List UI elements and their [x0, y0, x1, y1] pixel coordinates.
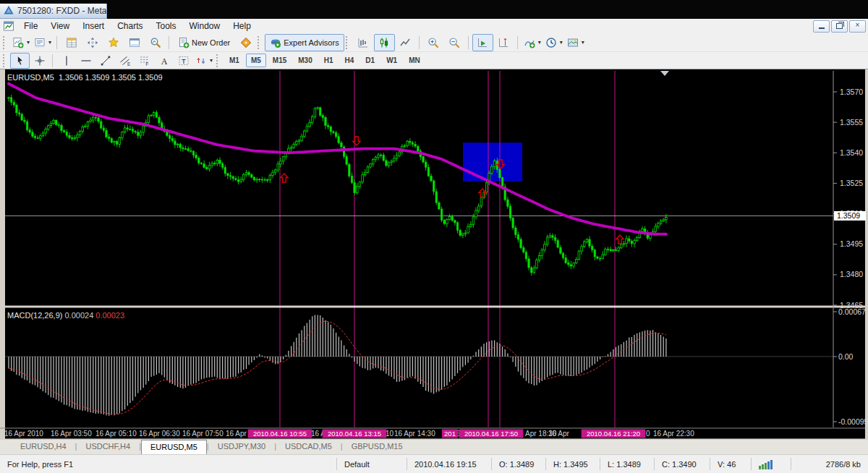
timeframe-m30[interactable]: M30: [293, 54, 317, 67]
menu-item-charts[interactable]: Charts: [111, 20, 149, 33]
tab-gbpusd-m15[interactable]: GBPUSD,M15: [343, 440, 412, 454]
zoom-out-button[interactable]: [444, 34, 465, 51]
svg-text:1.3570: 1.3570: [840, 88, 863, 96]
dropdown-arrow-icon[interactable]: ▾: [27, 40, 30, 46]
terminal-button[interactable]: [124, 34, 145, 51]
toolbar-separator: [56, 36, 58, 49]
bar-chart-button[interactable]: [353, 34, 374, 51]
dropdown-arrow-icon[interactable]: ▾: [560, 40, 563, 46]
time-axis[interactable]: 16 Apr 201016 Apr 03:5016 Apr 05:1016 Ap…: [4, 430, 694, 438]
restore-button[interactable]: [831, 20, 848, 33]
data-window-button[interactable]: [82, 34, 103, 51]
status-close-price: C: 1.3490: [654, 458, 710, 470]
svg-text:201: 201: [444, 430, 456, 438]
profiles-button[interactable]: ▾: [32, 34, 54, 51]
periods-icon: [545, 37, 557, 48]
auto-scroll-button[interactable]: [472, 34, 493, 51]
chart-shift-marker-icon[interactable]: [660, 71, 669, 76]
vertical-line-tool-button[interactable]: [56, 53, 76, 69]
candles-layer: [8, 95, 667, 276]
timeframe-m1[interactable]: M1: [224, 54, 244, 67]
title-strip: 7501280: FXDD - MetaTr: [0, 0, 868, 19]
timeframe-m5[interactable]: M5: [246, 54, 266, 67]
menu-item-view[interactable]: View: [44, 20, 76, 33]
vline-tool-icon: [61, 55, 72, 67]
market-watch-button[interactable]: [61, 34, 82, 51]
toolbar-grip[interactable]: [346, 36, 350, 49]
indicators-button[interactable]: ▾: [522, 34, 543, 51]
macd-axis[interactable]: 0.000670.00-0.00095: [833, 307, 868, 426]
line-chart-button[interactable]: [395, 34, 416, 51]
toolbar-separator: [468, 36, 469, 49]
toolbar-separator: [419, 36, 420, 49]
title-bar[interactable]: 7501280: FXDD - MetaTr: [0, 4, 107, 19]
new-order-button[interactable]: New Order: [173, 34, 235, 51]
tab-usdcad-m5[interactable]: USDCAD,M5: [276, 440, 341, 454]
highlight-rectangle-object[interactable]: [463, 142, 522, 181]
navigator-button[interactable]: [103, 34, 124, 51]
menu-item-insert[interactable]: Insert: [76, 20, 111, 33]
timeframe-d1[interactable]: D1: [360, 54, 380, 67]
trend-tool-icon: [100, 55, 111, 67]
toolbar-grip[interactable]: [3, 36, 7, 49]
timeframe-h1[interactable]: H1: [319, 54, 339, 67]
fibo-icon: F: [139, 55, 150, 67]
horizontal-line-tool-button[interactable]: [76, 53, 95, 69]
menu-item-help[interactable]: Help: [226, 20, 258, 33]
svg-text:16 Apr 03:50: 16 Apr 03:50: [51, 430, 92, 438]
timeframe-m15[interactable]: M15: [268, 54, 292, 67]
dropdown-arrow-icon[interactable]: ▾: [210, 58, 213, 64]
toolbar-grip[interactable]: [3, 54, 7, 67]
metaeditor-button[interactable]: [235, 34, 256, 51]
timeframe-mn[interactable]: MN: [404, 54, 425, 67]
tester-icon: [150, 37, 161, 48]
text-tool-button[interactable]: A: [154, 53, 174, 69]
svg-text:1.3525: 1.3525: [840, 179, 863, 187]
moving-average-line[interactable]: [9, 84, 666, 234]
tab-eurusd-h4[interactable]: EURUSD,H4: [12, 440, 75, 454]
candlestick-chart-button[interactable]: [374, 34, 395, 51]
equidistant-channel-tool-button[interactable]: E: [115, 53, 135, 69]
dropdown-arrow-icon[interactable]: ▾: [582, 40, 584, 46]
signal-arrow-objects[interactable]: [281, 137, 624, 244]
arrows-tool-button[interactable]: ▾: [193, 53, 215, 69]
periods-button[interactable]: ▾: [543, 34, 565, 51]
crosshair-tool-button[interactable]: [30, 53, 49, 69]
cursor-tool-button[interactable]: [10, 53, 30, 69]
up-arrow-icon[interactable]: [616, 235, 624, 244]
tab-eurusd-m5[interactable]: EURUSD,M5: [141, 440, 207, 454]
status-help-text: For Help, press F1: [0, 458, 336, 470]
menu-item-file[interactable]: File: [17, 20, 44, 33]
vline-time-label: 201: [442, 430, 458, 438]
text-label-tool-button[interactable]: T: [174, 53, 193, 69]
zoom-in-button[interactable]: [423, 34, 444, 51]
minimize-button[interactable]: [813, 20, 830, 33]
trendline-tool-button[interactable]: [95, 53, 115, 69]
up-arrow-icon[interactable]: [281, 174, 288, 182]
pane-divider[interactable]: [0, 306, 868, 308]
status-profile[interactable]: Default: [336, 458, 407, 470]
fibonacci-tool-button[interactable]: F: [135, 53, 154, 69]
down-arrow-icon[interactable]: [353, 137, 360, 145]
svg-text:16 Apr 06:30: 16 Apr 06:30: [139, 430, 180, 438]
dropdown-arrow-icon[interactable]: ▾: [48, 40, 51, 46]
tab-usdjpy-m30[interactable]: USDJPY,M30: [209, 440, 274, 454]
metaeditor-icon: [240, 37, 252, 48]
chart-canvas[interactable]: 1.35701.35551.35401.35251.35101.34951.34…: [0, 69, 868, 440]
market-watch-icon: [66, 37, 77, 48]
toolbar-grip[interactable]: [258, 36, 262, 49]
menu-item-window[interactable]: Window: [183, 20, 227, 33]
dropdown-arrow-icon[interactable]: ▾: [538, 40, 541, 46]
templates-button[interactable]: ▾: [565, 34, 587, 51]
price-axis[interactable]: 1.35701.35551.35401.35251.35101.34951.34…: [833, 88, 863, 310]
toolbar-grip[interactable]: [216, 54, 221, 67]
chart-shift-button[interactable]: [493, 34, 514, 51]
expert-advisors-button[interactable]: Expert Advisors: [265, 34, 344, 51]
close-button[interactable]: ×: [849, 20, 866, 33]
strategy-tester-button[interactable]: [145, 34, 166, 51]
new-chart-button[interactable]: ▾: [10, 34, 32, 51]
timeframe-h4[interactable]: H4: [340, 54, 359, 67]
tab-usdchf-h4[interactable]: USDCHF,H4: [77, 440, 139, 454]
timeframe-w1[interactable]: W1: [381, 54, 402, 67]
menu-item-tools[interactable]: Tools: [150, 20, 183, 33]
